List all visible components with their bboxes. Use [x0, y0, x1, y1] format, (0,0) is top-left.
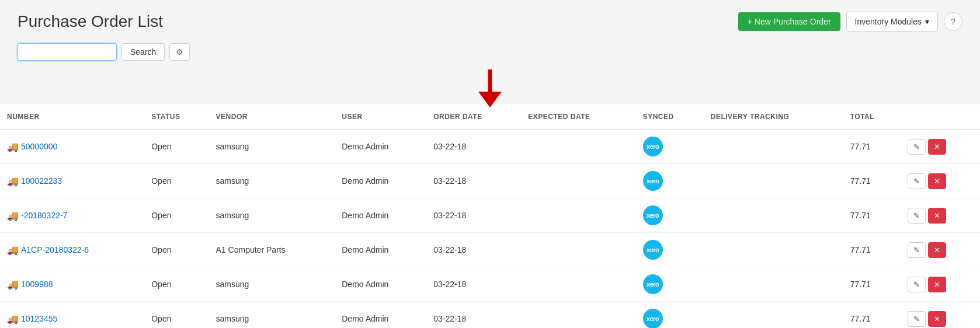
xero-badge: xero: [643, 137, 663, 156]
cell-status: Open: [144, 233, 208, 267]
edit-button[interactable]: ✎: [908, 311, 926, 327]
xero-badge: xero: [643, 274, 663, 294]
cell-actions: ✎ ✕: [901, 267, 980, 302]
edit-button[interactable]: ✎: [908, 242, 926, 258]
cell-actions: ✎ ✕: [901, 302, 980, 329]
cell-synced: xero: [636, 302, 704, 329]
col-total: TOTAL: [843, 104, 901, 130]
cell-number: 🚚 100022233: [0, 164, 144, 198]
cell-number: 🚚 10123455: [0, 302, 144, 329]
col-expected-date: EXPECTED DATE: [521, 104, 635, 130]
cell-expected-date: [521, 302, 635, 329]
delete-button[interactable]: ✕: [928, 208, 946, 224]
order-number-value: 10123455: [21, 314, 57, 323]
cell-actions: ✎ ✕: [901, 198, 980, 233]
delete-button[interactable]: ✕: [928, 311, 946, 327]
edit-button[interactable]: ✎: [908, 139, 926, 155]
cell-total: 77.71: [843, 164, 901, 198]
svg-marker-1: [478, 92, 502, 107]
cell-vendor: A1 Computer Parts: [209, 233, 335, 267]
table-row: 🚚 -20180322-7 Open samsung Demo Admin 03…: [0, 198, 980, 233]
col-vendor: VENDOR: [209, 104, 335, 130]
delete-button[interactable]: ✕: [928, 277, 946, 292]
red-arrow-icon: [475, 69, 505, 107]
cell-order-date: 03-22-18: [426, 267, 521, 302]
cell-actions: ✎ ✕: [901, 164, 980, 198]
edit-button[interactable]: ✎: [908, 173, 926, 189]
xero-badge: xero: [643, 171, 663, 191]
cell-total: 77.71: [843, 198, 901, 233]
delete-button[interactable]: ✕: [928, 139, 946, 155]
cell-total: 77.71: [843, 130, 901, 164]
xero-badge: xero: [643, 240, 663, 260]
page-header: Purchase Order List + New Purchase Order…: [0, 0, 980, 40]
table-row: 🚚 A1CP-20180322-6 Open A1 Computer Parts…: [0, 233, 980, 267]
purchase-orders-table: NUMBER STATUS VENDOR USER ORDER DATE EXP…: [0, 104, 980, 328]
cell-user: Demo Admin: [335, 198, 426, 233]
cell-delivery-tracking: [704, 302, 843, 329]
cell-user: Demo Admin: [335, 164, 426, 198]
cell-total: 77.71: [843, 267, 901, 302]
cell-vendor: samsung: [209, 164, 335, 198]
new-purchase-order-button[interactable]: + New Purchase Order: [738, 12, 840, 31]
cell-status: Open: [144, 130, 208, 164]
order-number-value: 50000000: [21, 142, 57, 151]
cell-user: Demo Admin: [335, 233, 426, 267]
cell-order-date: 03-22-18: [426, 302, 521, 329]
cell-expected-date: [521, 130, 635, 164]
cell-vendor: samsung: [209, 130, 335, 164]
cell-user: Demo Admin: [335, 130, 426, 164]
col-order-date: ORDER DATE: [426, 104, 521, 130]
col-user: USER: [335, 104, 426, 130]
cell-synced: xero: [636, 233, 704, 267]
cell-user: Demo Admin: [335, 302, 426, 329]
cell-order-date: 03-22-18: [426, 198, 521, 233]
cell-actions: ✎ ✕: [901, 233, 980, 267]
filter-button[interactable]: ⚙: [169, 43, 190, 61]
cell-total: 77.71: [843, 302, 901, 329]
inventory-modules-button[interactable]: Inventory Modules ▾: [846, 12, 938, 32]
inventory-modules-label: Inventory Modules: [855, 17, 922, 26]
cell-number: 🚚 50000000: [0, 130, 144, 164]
cell-order-date: 03-22-18: [426, 130, 521, 164]
order-number-value: 100022233: [21, 176, 62, 186]
cell-status: Open: [144, 267, 208, 302]
cell-expected-date: [521, 164, 635, 198]
help-button[interactable]: ?: [944, 12, 962, 31]
cell-expected-date: [521, 267, 635, 302]
cell-total: 77.71: [843, 233, 901, 267]
truck-icon: 🚚: [7, 176, 19, 187]
table-body: 🚚 50000000 Open samsung Demo Admin 03-22…: [0, 130, 980, 329]
table-row: 🚚 10123455 Open samsung Demo Admin 03-22…: [0, 302, 980, 329]
order-number-value: A1CP-20180322-6: [21, 245, 89, 254]
header-actions: + New Purchase Order Inventory Modules ▾…: [738, 12, 962, 32]
xero-badge: xero: [643, 205, 663, 225]
cell-vendor: samsung: [209, 267, 335, 302]
filter-icon: ⚙: [176, 47, 183, 57]
cell-number: 🚚 A1CP-20180322-6: [0, 233, 144, 267]
cell-order-date: 03-22-18: [426, 164, 521, 198]
delete-button[interactable]: ✕: [928, 242, 946, 258]
truck-icon: 🚚: [7, 279, 19, 290]
search-button[interactable]: Search: [121, 43, 165, 61]
delete-button[interactable]: ✕: [928, 173, 946, 189]
cell-number: 🚚 1009988: [0, 267, 144, 302]
search-section: Search ⚙: [0, 40, 980, 69]
cell-synced: xero: [636, 164, 704, 198]
cell-order-date: 03-22-18: [426, 233, 521, 267]
cell-vendor: samsung: [209, 198, 335, 233]
cell-synced: xero: [636, 130, 704, 164]
page-title: Purchase Order List: [18, 12, 163, 31]
col-synced: SYNCED: [636, 104, 704, 130]
col-actions: [901, 104, 980, 130]
cell-status: Open: [144, 164, 208, 198]
chevron-down-icon: ▾: [925, 17, 929, 26]
edit-button[interactable]: ✎: [908, 277, 926, 292]
cell-delivery-tracking: [704, 164, 843, 198]
truck-icon: 🚚: [7, 210, 19, 221]
edit-button[interactable]: ✎: [908, 208, 926, 224]
search-input[interactable]: [18, 43, 117, 61]
table-row: 🚚 50000000 Open samsung Demo Admin 03-22…: [0, 130, 980, 164]
col-delivery-tracking: DELIVERY TRACKING: [704, 104, 843, 130]
cell-synced: xero: [636, 198, 704, 233]
